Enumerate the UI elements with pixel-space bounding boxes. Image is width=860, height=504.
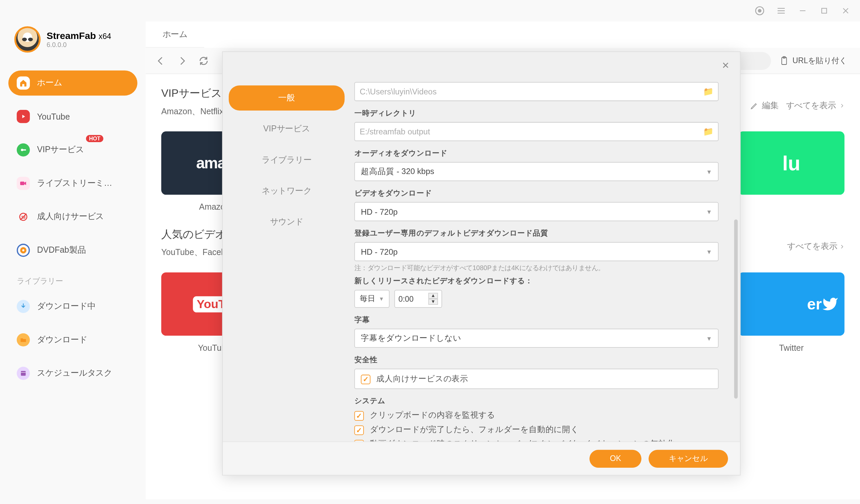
folder-icon xyxy=(17,333,30,346)
camera-icon xyxy=(17,177,30,190)
thumb-hulu[interactable]: lu xyxy=(738,131,844,211)
adult-icon: 18 xyxy=(17,210,30,224)
sidebar-item-label: ダウンロード xyxy=(37,335,87,345)
paste-url-button[interactable]: URLを貼り付く xyxy=(779,55,847,66)
sidebar-item-schedule[interactable]: スケジュールタスク xyxy=(9,361,138,386)
video-quality-select[interactable]: HD - 720p ▼ xyxy=(354,202,718,221)
svg-rect-5 xyxy=(23,149,26,150)
safety-checkbox-row[interactable]: 成人向けサービスの表示 xyxy=(354,369,718,389)
chevron-down-icon: ▼ xyxy=(706,248,712,255)
home-icon xyxy=(17,77,30,90)
nav-back-icon[interactable] xyxy=(154,54,167,67)
tab-home[interactable]: ホーム xyxy=(146,21,204,48)
reg-default-select[interactable]: HD - 720p ▼ xyxy=(354,242,718,261)
temp-dir-label: 一時ディレクトリ xyxy=(354,108,718,118)
dialog-close-button[interactable]: × xyxy=(720,59,732,71)
safety-label: 安全性 xyxy=(354,355,718,365)
brand-name: StreamFab x64 xyxy=(47,31,111,41)
sidebar-item-downloading[interactable]: ダウンロード中 xyxy=(9,294,138,319)
settings-nav-vip[interactable]: VIPサービス xyxy=(229,117,345,142)
sidebar-section-library: ライブラリー xyxy=(9,271,138,289)
sidebar-item-youtube[interactable]: YouTube xyxy=(9,104,138,129)
svg-point-4 xyxy=(21,149,23,151)
time-input[interactable]: 0:00 ▲ ▼ xyxy=(394,290,442,307)
settings-nav-sound[interactable]: サウンド xyxy=(229,210,345,235)
sidebar-item-label: DVDFab製品 xyxy=(37,245,86,256)
sidebar-item-live[interactable]: ライブストリーミ… xyxy=(9,171,138,196)
download-arrow-icon xyxy=(17,300,30,313)
brand-version: 6.0.0.0 xyxy=(47,41,111,48)
sidebar-item-label: 成人向けサービス xyxy=(37,211,104,222)
sidebar-item-label: ライブストリーミ… xyxy=(37,178,112,189)
svg-rect-3 xyxy=(822,9,827,13)
sidebar-item-dvdfab[interactable]: DVDFab製品 xyxy=(9,238,138,263)
vip-section-sub: Amazon、Netflix xyxy=(161,106,224,117)
new-release-label: 新しくリリースされたビデオをダウンロードする： xyxy=(354,276,718,286)
minimize-icon[interactable] xyxy=(797,5,809,17)
vip-section-heading: VIPサービス xyxy=(161,86,224,100)
settings-nav-network[interactable]: ネットワーク xyxy=(229,179,345,204)
maximize-icon[interactable] xyxy=(818,5,830,17)
temp-dir-input[interactable]: E:/streamfab output 📁 xyxy=(354,122,718,141)
sidebar-item-label: スケジュールタスク xyxy=(37,368,112,379)
folder-browse-icon[interactable]: 📁 xyxy=(703,127,713,136)
twitter-bird-icon xyxy=(822,296,838,313)
ok-button[interactable]: OK xyxy=(590,449,641,467)
subtitle-select[interactable]: 字幕をダウンロードしない ▼ xyxy=(354,329,718,348)
svg-point-1 xyxy=(758,9,762,13)
audio-dl-label: オーディオをダウンロード xyxy=(354,148,718,158)
system-label: システム xyxy=(354,396,718,406)
vip-edit-link[interactable]: 編集 すべてを表示 xyxy=(750,100,845,111)
sidebar-item-label: ホーム xyxy=(37,77,62,88)
checkbox-icon[interactable] xyxy=(361,375,370,384)
settings-nav-general[interactable]: 一般 xyxy=(229,85,345,111)
svg-point-11 xyxy=(22,249,24,251)
thumb-twitter[interactable]: er Twitter xyxy=(738,273,844,352)
scrollbar[interactable] xyxy=(734,219,738,398)
sidebar-item-adult[interactable]: 18 成人向けサービス xyxy=(9,204,138,230)
reg-default-label: 登録ユーザー専用のデフォルトビデオダウンロード品質 xyxy=(354,228,718,238)
pop-show-all-link[interactable]: すべてを表示 xyxy=(787,241,845,252)
settings-nav-library[interactable]: ライブラリー xyxy=(229,147,345,173)
pencil-icon xyxy=(750,101,759,110)
quality-note: 注：ダウンロード可能なビデオがすべて1080Pまたは4Kになるわけではありません… xyxy=(354,263,718,273)
chevron-right-icon xyxy=(840,102,845,109)
system-cb-open-folder[interactable]: ダウンロードが完了したら、フォルダーを自動的に開く xyxy=(354,424,718,435)
menu-icon[interactable] xyxy=(775,5,787,17)
paste-icon xyxy=(779,56,789,65)
audio-quality-select[interactable]: 超高品質 - 320 kbps ▼ xyxy=(354,162,718,181)
nav-forward-icon[interactable] xyxy=(176,54,189,67)
folder-browse-icon[interactable]: 📁 xyxy=(703,87,713,96)
chevron-down-icon: ▼ xyxy=(706,208,712,215)
chevron-right-icon xyxy=(840,243,845,250)
output-dir-input[interactable]: C:\Users\luyin\Videos 📁 xyxy=(354,82,718,101)
checkbox-icon[interactable] xyxy=(354,411,363,420)
sidebar-item-vip[interactable]: VIPサービス HOT xyxy=(9,138,138,163)
schedule-icon xyxy=(17,367,30,380)
sloth-icon xyxy=(14,26,41,53)
chevron-down-icon: ▼ xyxy=(706,168,712,175)
system-cb-clipboard[interactable]: クリップボードの内容を監視する xyxy=(354,410,718,421)
cancel-button[interactable]: キャンセル xyxy=(649,449,728,467)
nav-reload-icon[interactable] xyxy=(197,54,210,67)
sidebar-item-home[interactable]: ホーム xyxy=(9,71,138,96)
checkbox-icon[interactable] xyxy=(354,440,363,441)
close-icon[interactable] xyxy=(840,5,852,17)
chevron-down-icon: ▼ xyxy=(706,335,712,341)
sidebar-item-downloads[interactable]: ダウンロード xyxy=(9,327,138,352)
theme-icon[interactable] xyxy=(754,5,766,17)
youtube-icon xyxy=(17,110,30,123)
sidebar-item-label: VIPサービス xyxy=(37,144,84,155)
settings-dialog: × 一般 VIPサービス ライブラリー ネットワーク サウンド C:\Users… xyxy=(222,52,741,475)
sidebar-item-label: YouTube xyxy=(37,112,70,121)
spin-down-icon[interactable]: ▼ xyxy=(428,299,438,305)
subtitle-label: 字幕 xyxy=(354,315,718,325)
system-cb-screensaver[interactable]: 動画ダウンロード時のスクリーンセーバー/スタンバイ/ハイバネーションの無効化 xyxy=(354,438,718,442)
chevron-down-icon: ▼ xyxy=(378,296,384,302)
freq-select[interactable]: 毎日 ▼ xyxy=(354,290,389,307)
checkbox-icon[interactable] xyxy=(354,426,363,435)
app-logo: StreamFab x64 6.0.0.0 xyxy=(14,26,111,53)
hot-badge: HOT xyxy=(86,135,103,142)
spin-up-icon[interactable]: ▲ xyxy=(428,293,438,299)
svg-rect-12 xyxy=(21,371,26,376)
